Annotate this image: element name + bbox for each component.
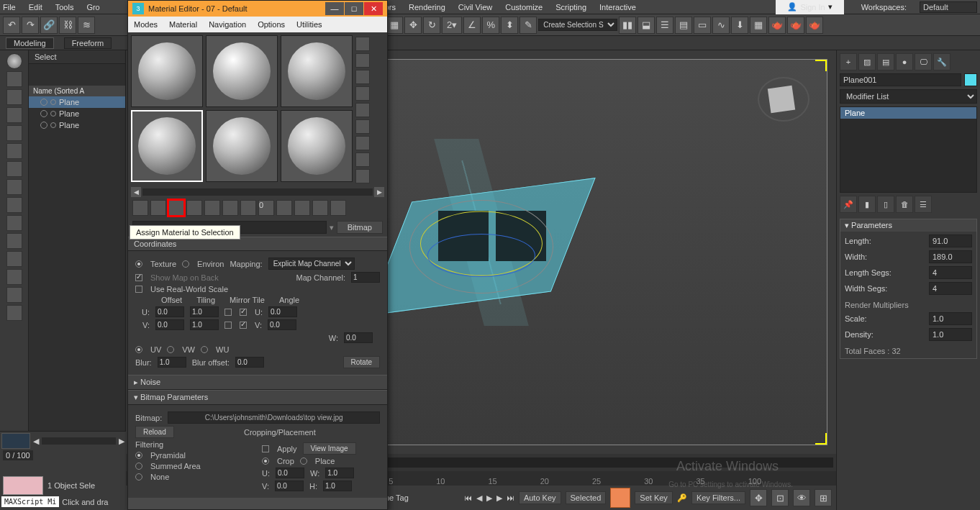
goto-end-icon[interactable]: ⏭ <box>507 493 514 502</box>
remove-icon[interactable]: 🗑 <box>896 196 913 213</box>
waves-icon[interactable] <box>6 143 22 159</box>
bluroffset-spinner[interactable] <box>235 357 264 368</box>
length-field[interactable] <box>929 234 972 247</box>
redo-icon[interactable]: ↷ <box>22 17 39 34</box>
selset-dropdown[interactable]: Create Selection Se <box>538 19 617 31</box>
bind-icon[interactable]: ≋ <box>78 17 95 34</box>
nav-icon[interactable]: ⊞ <box>815 489 832 506</box>
bulb-icon[interactable] <box>6 233 22 249</box>
scene-colhdr[interactable]: Name (Sorted A <box>29 86 125 96</box>
vw-radio[interactable] <box>167 346 174 353</box>
environ-radio[interactable] <box>182 260 189 268</box>
summed-radio[interactable] <box>135 463 142 470</box>
visibility-icon[interactable] <box>40 110 47 117</box>
workspaces-field[interactable] <box>920 1 977 13</box>
me-menu-modes[interactable]: Modes <box>134 20 158 29</box>
snap2-icon[interactable]: 2▾ <box>442 17 462 34</box>
menu-group[interactable]: Gro <box>86 3 99 12</box>
utilities-tab-icon[interactable]: 🔧 <box>933 53 950 70</box>
undo-icon[interactable]: ↶ <box>3 17 20 34</box>
percent-icon[interactable]: % <box>482 17 499 34</box>
scene-row-plane2[interactable]: Plane <box>29 108 125 119</box>
render3-icon[interactable]: 🫖 <box>806 17 823 34</box>
video-icon[interactable] <box>355 103 370 117</box>
material-slot-6[interactable] <box>281 110 353 182</box>
menu-customize[interactable]: Customize <box>505 3 543 12</box>
rotate-button[interactable]: Rotate <box>343 356 380 368</box>
rotate-icon[interactable]: ↻ <box>423 17 440 34</box>
list-icon[interactable] <box>6 269 22 285</box>
key-icon[interactable] <box>6 161 22 177</box>
menu-file[interactable]: File <box>3 3 16 12</box>
mirror-icon[interactable]: ▮▮ <box>619 17 636 34</box>
u-tiling-spinner[interactable] <box>190 306 219 317</box>
layers-icon[interactable]: ☰ <box>656 17 673 34</box>
matbrowse-icon[interactable]: ▦ <box>750 17 767 34</box>
menu-interactive[interactable]: Interactive <box>599 3 636 12</box>
scale-field[interactable] <box>929 312 972 325</box>
crop-v-spinner[interactable] <box>275 481 304 491</box>
material-slot-1[interactable] <box>131 35 203 107</box>
texture-radio[interactable] <box>135 260 142 268</box>
options-icon[interactable] <box>355 119 370 134</box>
put-to-lib-icon[interactable] <box>240 200 256 216</box>
menu-rendering[interactable]: Rendering <box>409 3 445 12</box>
pin-icon[interactable]: 📌 <box>840 196 857 213</box>
me-menu-utilities[interactable]: Utilities <box>296 20 322 29</box>
tab-freeform[interactable]: Freeform <box>64 37 112 49</box>
stack-item-plane[interactable]: Plane <box>840 107 976 119</box>
density-field[interactable] <box>929 328 972 341</box>
reset-icon[interactable] <box>186 200 202 216</box>
show-in-vp-icon[interactable] <box>276 200 292 216</box>
mapchannel-spinner[interactable] <box>351 272 380 283</box>
edit-icon[interactable]: ✎ <box>520 17 537 34</box>
nav-icon[interactable]: ✥ <box>750 489 767 506</box>
freeze-icon[interactable] <box>50 111 56 117</box>
motion-tab-icon[interactable]: ● <box>896 53 913 70</box>
showmap-check[interactable] <box>135 274 142 281</box>
display-tab-icon[interactable]: 🖵 <box>915 53 932 70</box>
eye-icon[interactable] <box>6 251 22 267</box>
uv-radio[interactable] <box>135 346 142 353</box>
parameters-header[interactable]: ▾ Parameters <box>840 219 976 232</box>
goto-start-icon[interactable]: ⏮ <box>464 493 472 502</box>
ruler-icon[interactable] <box>6 125 22 141</box>
width-field[interactable] <box>929 250 972 263</box>
reload-button[interactable]: Reload <box>135 426 174 438</box>
spinner-icon[interactable]: ⬍ <box>501 17 518 34</box>
move-icon[interactable]: ✥ <box>404 17 422 34</box>
noise-header[interactable]: ▸ Noise <box>128 375 387 390</box>
v-tile-check[interactable] <box>240 322 247 329</box>
render-icon[interactable]: 🫖 <box>768 17 786 34</box>
stack-icon[interactable]: ▯ <box>877 196 894 213</box>
freeze-icon[interactable] <box>50 99 56 105</box>
menu-edit[interactable]: Edit <box>29 3 42 12</box>
scene-row-plane3[interactable]: Plane <box>29 119 125 131</box>
slots-icon[interactable] <box>355 169 370 183</box>
apply-check[interactable] <box>262 445 269 452</box>
crop-h-spinner[interactable] <box>323 481 352 491</box>
w-angle-spinner[interactable] <box>344 332 373 343</box>
menu-tools[interactable]: Tools <box>55 3 74 12</box>
modify-tab-icon[interactable]: ▨ <box>858 53 876 70</box>
u-angle-spinner[interactable] <box>268 306 297 317</box>
link-icon[interactable]: 🔗 <box>40 17 58 34</box>
mapping-dropdown[interactable]: Explicit Map Channel <box>268 258 355 270</box>
clip-icon[interactable] <box>6 287 22 303</box>
unlink-icon[interactable]: ⛓ <box>59 17 76 34</box>
matid-icon[interactable]: 0 <box>258 200 274 216</box>
minimize-icon[interactable]: — <box>325 2 344 15</box>
u-mirror-check[interactable] <box>224 309 232 316</box>
render2-icon[interactable]: 🫖 <box>787 17 804 34</box>
crop-u-spinner[interactable] <box>276 468 304 478</box>
backlight-icon[interactable] <box>355 53 370 68</box>
viewimage-button[interactable]: View Image <box>303 442 356 455</box>
modifier-stack[interactable]: Plane <box>840 106 977 193</box>
wu-radio[interactable] <box>201 346 208 353</box>
setkey-button[interactable]: Set Key <box>635 491 673 504</box>
material-swatch[interactable] <box>3 476 43 495</box>
bitmap-path-field[interactable]: C:\Users\johnsmith\Downloads\top view.jp… <box>168 411 380 424</box>
big-key-button[interactable] <box>610 488 630 508</box>
visibility-icon[interactable] <box>40 122 47 129</box>
u-tile-check[interactable] <box>240 309 247 316</box>
